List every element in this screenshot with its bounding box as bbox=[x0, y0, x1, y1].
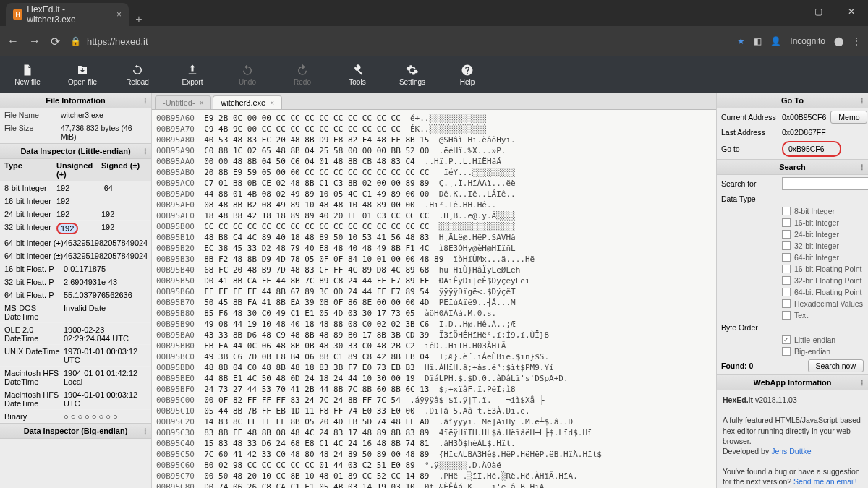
hex-line[interactable]: 00B95B40 68 FC 20 48 B9 7D 48 83 CF FF 4… bbox=[156, 265, 712, 275]
hex-line[interactable]: 00B95B70 50 45 8B FA 41 8B EA 39 0B 0F 8… bbox=[156, 297, 712, 308]
new-file-button[interactable]: New file bbox=[0, 56, 55, 93]
checkbox-icon bbox=[782, 311, 791, 320]
hex-line[interactable]: 00B95B80 85 F6 48 30 C0 49 C1 E1 05 4D 0… bbox=[156, 308, 712, 319]
undo-button[interactable]: Undo bbox=[220, 56, 275, 93]
datatype-option[interactable]: 64-bit Floating Point bbox=[717, 286, 868, 298]
hex-line[interactable]: 00B95C20 14 83 8C FF FF FF 8B 05 20 4D E… bbox=[156, 416, 712, 427]
hex-line[interactable]: 00B95C10 05 44 8B 7B FF EB 1D 11 F8 FF 7… bbox=[156, 406, 712, 416]
hex-view[interactable]: 00B95A60 E9 2B 0C 00 00 CC CC CC CC CC C… bbox=[152, 110, 716, 488]
hex-line[interactable]: 00B95B20 EC 38 45 33 D2 48 79 40 E8 48 4… bbox=[156, 243, 712, 254]
hex-line[interactable]: 00B95BB0 EB EA 44 0C 06 48 8B 0B 48 30 3… bbox=[156, 341, 712, 351]
hex-line[interactable]: 00B95A90 C0 88 1C 02 65 48 8B 04 25 58 0… bbox=[156, 145, 712, 156]
minimize-icon[interactable]: — bbox=[768, 0, 801, 23]
favicon-icon: H bbox=[13, 9, 22, 20]
hex-line[interactable]: 00B95B00 CC CC CC CC CC CC CC CC CC CC C… bbox=[156, 221, 712, 232]
hex-line[interactable]: 00B95B50 D0 41 8B CA FF 44 8B 7C 89 C8 2… bbox=[156, 275, 712, 286]
datatype-option[interactable]: 64-bit Integer bbox=[717, 252, 868, 263]
di-row: 32-bit Float. P2.6904931e-43 bbox=[0, 275, 151, 288]
redo-button[interactable]: Redo bbox=[275, 56, 330, 93]
last-address-label: Last Address bbox=[721, 128, 778, 137]
goto-input[interactable] bbox=[786, 142, 837, 155]
hex-line[interactable]: 00B95C80 D0 74 06 26 C8 CA C1 E1 05 4B 0… bbox=[156, 481, 712, 488]
memo-button[interactable]: Memo bbox=[830, 111, 867, 124]
goto-input-highlight bbox=[782, 141, 841, 157]
checkbox-icon bbox=[782, 299, 791, 308]
hex-line[interactable]: 00B95C50 7C 60 41 42 33 C0 48 80 48 24 8… bbox=[156, 449, 712, 460]
datatype-option[interactable]: 8-bit Integer bbox=[717, 205, 868, 217]
hex-line[interactable]: 00B95B90 49 08 44 19 10 48 40 18 48 88 0… bbox=[156, 319, 712, 330]
hex-line[interactable]: 00B95BE0 44 8B E1 4C 50 48 0D 24 18 24 4… bbox=[156, 373, 712, 384]
close-icon[interactable]: × bbox=[200, 99, 204, 107]
hex-line[interactable]: 00B95C40 15 83 48 33 D6 24 68 E8 C1 4C 2… bbox=[156, 438, 712, 449]
menu-icon[interactable]: ⋮ bbox=[852, 36, 861, 46]
di-row: MS-DOS DateTimeInvalid Date bbox=[0, 301, 151, 323]
close-icon[interactable]: × bbox=[270, 99, 274, 107]
hex-line[interactable]: 00B95BD0 48 8B 04 C0 48 8B 48 18 83 3B F… bbox=[156, 362, 712, 373]
developer-link[interactable]: Jens Duttke bbox=[771, 447, 811, 455]
search-now-button[interactable]: Search now bbox=[808, 359, 864, 372]
di-row: UNIX DateTime1970-01-01 00:03:12 UTC bbox=[0, 345, 151, 367]
checkbox-icon bbox=[782, 241, 791, 250]
datatype-option[interactable]: 24-bit Integer bbox=[717, 228, 868, 240]
address-bar[interactable]: 🔒 https://hexed.it bbox=[70, 36, 287, 47]
hex-line[interactable]: 00B95B60 FF FF FF FF 44 8B 67 89 3C 0D 2… bbox=[156, 286, 712, 297]
extension-icon[interactable]: ◧ bbox=[754, 36, 762, 46]
checkbox-icon bbox=[782, 218, 791, 227]
file-info-header: File Information bbox=[0, 93, 151, 108]
close-icon[interactable]: × bbox=[116, 9, 122, 20]
hex-line[interactable]: 00B95BC0 49 3B C6 7D 0B E8 B4 06 8B C1 8… bbox=[156, 351, 712, 362]
hex-line[interactable]: 00B95AE0 08 48 8B B2 08 49 89 10 48 48 1… bbox=[156, 200, 712, 210]
hex-line[interactable]: 00B95B30 8B F2 48 8B D9 4D 78 05 0F 0F 8… bbox=[156, 254, 712, 265]
datatype-option[interactable]: Text bbox=[717, 309, 868, 321]
tools-button[interactable]: Tools bbox=[330, 56, 385, 93]
byteorder-be[interactable]: Big-endian bbox=[717, 346, 868, 357]
settings-button[interactable]: Settings bbox=[385, 56, 440, 93]
forward-icon[interactable]: → bbox=[29, 35, 41, 48]
hex-line[interactable]: 00B95A70 C9 4B 9C 00 CC CC CC CC CC CC C… bbox=[156, 124, 712, 134]
hex-line[interactable]: 00B95AF0 18 48 B8 42 18 18 89 89 40 20 F… bbox=[156, 210, 712, 221]
reload-icon[interactable]: ⟳ bbox=[51, 35, 60, 48]
help-button[interactable]: Help bbox=[440, 56, 495, 93]
byteorder-le[interactable]: ✓Little-endian bbox=[717, 334, 868, 346]
di-row: 64-bit Integer (±)4632951982057849024 bbox=[0, 249, 151, 262]
email-link[interactable]: Send me an email! bbox=[793, 477, 857, 486]
search-input[interactable] bbox=[782, 177, 868, 190]
star-icon[interactable]: ★ bbox=[737, 36, 745, 46]
goto-label: Go to bbox=[721, 145, 778, 153]
datatype-option[interactable]: 16-bit Floating Point bbox=[717, 263, 868, 275]
hex-line[interactable]: 00B95AB0 20 8B E9 59 05 00 00 CC CC CC C… bbox=[156, 167, 712, 178]
file-tab-untitled[interactable]: -Untitled-× bbox=[155, 95, 211, 109]
hex-line[interactable]: 00B95AC0 C7 01 B8 0B CE 02 48 8B C1 C3 8… bbox=[156, 178, 712, 189]
hex-line[interactable]: 00B95BF0 24 73 27 44 53 70 41 2B 44 8B 7… bbox=[156, 384, 712, 395]
hex-line[interactable]: 00B95AA0 00 00 48 8B 04 50 C6 04 01 48 8… bbox=[156, 156, 712, 167]
lock-icon: 🔒 bbox=[70, 36, 81, 46]
reload-button[interactable]: Reload bbox=[110, 56, 165, 93]
hex-line[interactable]: 00B95BA0 43 33 8B D6 48 C9 48 8B 48 89 B… bbox=[156, 330, 712, 341]
close-window-icon[interactable]: ✕ bbox=[835, 0, 868, 23]
incognito-icon: 👤 bbox=[770, 36, 781, 46]
checkbox-icon bbox=[782, 288, 791, 296]
export-button[interactable]: Export bbox=[165, 56, 220, 93]
hex-line[interactable]: 00B95B10 48 B8 C4 4C 89 40 18 48 89 50 1… bbox=[156, 232, 712, 243]
avatar-icon[interactable]: ⬤ bbox=[834, 36, 843, 46]
incognito-label: Incognito bbox=[790, 36, 825, 46]
hex-line[interactable]: 00B95A80 40 53 48 83 EC 20 48 8B D9 E8 8… bbox=[156, 134, 712, 145]
datatype-option[interactable]: 16-bit Integer bbox=[717, 217, 868, 228]
hex-line[interactable]: 00B95C00 00 0F 82 FF FF FF 83 24 7C 24 8… bbox=[156, 395, 712, 406]
browser-tab[interactable]: H HexEd.it - witcher3.exe × bbox=[6, 3, 129, 26]
search-header: Search bbox=[717, 159, 868, 175]
open-file-button[interactable]: Open file bbox=[55, 56, 110, 93]
datatype-option[interactable]: 32-bit Floating Point bbox=[717, 275, 868, 286]
hex-line[interactable]: 00B95AD0 44 88 01 4B 08 02 49 89 10 05 4… bbox=[156, 189, 712, 200]
hex-line[interactable]: 00B95C60 B0 02 98 CC CC CC CC CC 01 44 0… bbox=[156, 460, 712, 471]
hex-line[interactable]: 00B95A60 E9 2B 0C 00 00 CC CC CC CC CC C… bbox=[156, 113, 712, 124]
new-tab-button[interactable]: + bbox=[129, 13, 149, 26]
checkbox-icon bbox=[782, 207, 791, 215]
maximize-icon[interactable]: ▢ bbox=[801, 0, 835, 23]
hex-line[interactable]: 00B95C70 00 50 48 20 10 CC 8B 10 48 01 8… bbox=[156, 471, 712, 481]
datatype-option[interactable]: 32-bit Integer bbox=[717, 240, 868, 252]
back-icon[interactable]: ← bbox=[7, 35, 19, 48]
datatype-option[interactable]: Hexadecimal Values bbox=[717, 298, 868, 309]
file-tab-active[interactable]: witcher3.exe× bbox=[213, 95, 282, 109]
hex-line[interactable]: 00B95C30 83 8B FF 48 8B 08 48 4C 24 83 1… bbox=[156, 427, 712, 438]
